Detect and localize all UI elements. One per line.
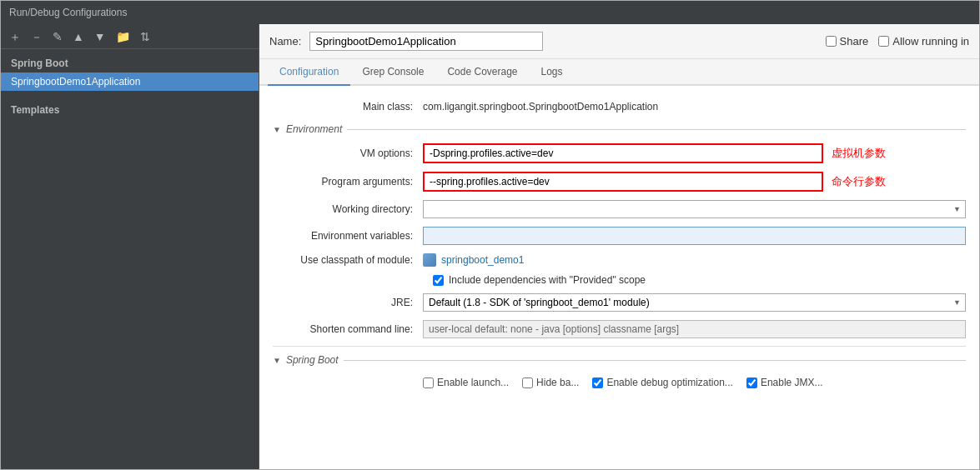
title-text: Run/Debug Configurations bbox=[9, 7, 127, 18]
shorten-row: Shorten command line: bbox=[259, 316, 979, 342]
shorten-input[interactable] bbox=[423, 320, 966, 338]
name-label: Name: bbox=[269, 35, 301, 48]
environment-section-header: ▼ Environment bbox=[259, 119, 979, 139]
title-bar: Run/Debug Configurations bbox=[1, 1, 979, 24]
enable-debug-text: Enable debug optimization... bbox=[606, 377, 732, 388]
env-vars-input[interactable] bbox=[423, 227, 966, 245]
env-section-line bbox=[347, 129, 966, 130]
springboot-section-label: Spring Boot bbox=[286, 354, 339, 366]
module-value-cell: springboot_demo1 bbox=[423, 253, 966, 267]
env-triangle-icon: ▼ bbox=[273, 125, 281, 134]
program-arguments-row: Program arguments: 命令行参数 bbox=[259, 168, 979, 196]
classpath-module-row: Use classpath of module: springboot_demo… bbox=[259, 249, 979, 271]
share-label-text: Share bbox=[840, 35, 869, 48]
vm-options-label: VM options: bbox=[273, 148, 423, 159]
form-content: Main class: com.ligangit.springboot.Spri… bbox=[259, 86, 979, 469]
app-window: Run/Debug Configurations ＋ － ✎ ▲ ▼ 📁 ⇅ S… bbox=[0, 0, 980, 470]
sidebar-templates-label: Templates bbox=[11, 104, 59, 116]
enable-debug-checkbox[interactable] bbox=[592, 378, 603, 388]
header-right: Share Allow running in bbox=[826, 35, 969, 48]
main-area: ＋ － ✎ ▲ ▼ 📁 ⇅ Spring Boot SpringbootDemo… bbox=[1, 24, 979, 469]
env-section-label: Environment bbox=[286, 123, 342, 135]
hide-banner-checkbox-label[interactable]: Hide ba... bbox=[522, 377, 579, 388]
sidebar-springboot-label: Spring Boot bbox=[11, 58, 68, 69]
jre-select-wrapper[interactable]: Default (1.8 - SDK of 'springboot_demo1'… bbox=[423, 293, 966, 312]
program-args-label: Program arguments: bbox=[273, 176, 423, 188]
module-icon bbox=[423, 253, 436, 267]
sidebar: ＋ － ✎ ▲ ▼ 📁 ⇅ Spring Boot SpringbootDemo… bbox=[1, 24, 259, 469]
include-deps-row: Include dependencies with "Provided" sco… bbox=[259, 271, 979, 289]
program-annotation: 命令行参数 bbox=[832, 174, 886, 189]
working-dir-select-wrapper bbox=[423, 200, 966, 218]
allow-running-checkbox[interactable] bbox=[878, 36, 889, 47]
share-checkbox[interactable] bbox=[826, 36, 837, 47]
vm-options-input[interactable] bbox=[423, 143, 823, 163]
tabs-bar: Configuration Grep Console Code Coverage… bbox=[259, 59, 979, 86]
working-dir-input[interactable] bbox=[423, 200, 966, 218]
tab-code-coverage[interactable]: Code Coverage bbox=[435, 59, 529, 86]
right-panel: Name: Share Allow running in Configura bbox=[259, 24, 979, 469]
share-checkbox-label[interactable]: Share bbox=[826, 35, 869, 48]
hide-banner-checkbox[interactable] bbox=[522, 378, 533, 388]
spring-boot-checkboxes: Enable launch... Hide ba... Enable debug… bbox=[423, 377, 823, 388]
tab-grep-console[interactable]: Grep Console bbox=[350, 59, 435, 86]
add-config-button[interactable]: ＋ bbox=[6, 29, 24, 44]
enable-debug-checkbox-label[interactable]: Enable debug optimization... bbox=[592, 377, 732, 388]
sidebar-section-templates: Templates bbox=[1, 96, 259, 124]
tab-logs[interactable]: Logs bbox=[530, 59, 575, 86]
sidebar-item-springbootdemo1[interactable]: SpringbootDemo1Application bbox=[1, 72, 259, 91]
sidebar-toolbar: ＋ － ✎ ▲ ▼ 📁 ⇅ bbox=[1, 24, 259, 49]
sidebar-section-header-templates: Templates bbox=[1, 101, 259, 119]
spring-boot-section-header: ▼ Spring Boot bbox=[259, 350, 979, 370]
spring-boot-options-row: Enable launch... Hide ba... Enable debug… bbox=[259, 370, 979, 395]
vm-options-row: VM options: 虚拟机参数 bbox=[259, 139, 979, 168]
main-class-row: Main class: com.ligangit.springboot.Spri… bbox=[259, 94, 979, 119]
name-input[interactable] bbox=[309, 32, 543, 51]
program-args-input[interactable] bbox=[423, 172, 823, 192]
enable-jmx-checkbox[interactable] bbox=[746, 378, 757, 388]
include-deps-label: Include dependencies with "Provided" sco… bbox=[449, 274, 646, 286]
move-down-button[interactable]: ▼ bbox=[91, 29, 109, 44]
vm-annotation: 虚拟机参数 bbox=[832, 146, 886, 161]
sort-button[interactable]: ⇅ bbox=[137, 29, 153, 44]
env-vars-label: Environment variables: bbox=[273, 230, 423, 242]
hide-banner-text: Hide ba... bbox=[536, 377, 579, 388]
jre-label: JRE: bbox=[273, 297, 423, 308]
include-deps-checkbox[interactable] bbox=[433, 275, 444, 286]
remove-config-button[interactable]: － bbox=[28, 29, 46, 44]
allow-running-checkbox-label[interactable]: Allow running in bbox=[878, 35, 969, 48]
divider bbox=[273, 346, 966, 347]
module-name: springboot_demo1 bbox=[441, 254, 524, 266]
env-vars-row: Environment variables: bbox=[259, 222, 979, 249]
working-dir-label: Working directory: bbox=[273, 203, 423, 215]
enable-jmx-checkbox-label[interactable]: Enable JMX... bbox=[746, 377, 823, 388]
springboot-triangle-icon: ▼ bbox=[273, 356, 281, 365]
springboot-section-line bbox=[344, 360, 966, 361]
working-dir-row: Working directory: bbox=[259, 196, 979, 222]
move-up-button[interactable]: ▲ bbox=[69, 29, 88, 44]
enable-jmx-text: Enable JMX... bbox=[761, 377, 823, 388]
main-class-label: Main class: bbox=[273, 101, 423, 112]
enable-launch-checkbox-label[interactable]: Enable launch... bbox=[423, 377, 509, 388]
enable-launch-text: Enable launch... bbox=[437, 377, 509, 388]
tab-configuration[interactable]: Configuration bbox=[268, 59, 350, 86]
copy-config-button[interactable]: ✎ bbox=[49, 29, 66, 44]
jre-row: JRE: Default (1.8 - SDK of 'springboot_d… bbox=[259, 289, 979, 316]
allow-running-label-text: Allow running in bbox=[892, 35, 969, 48]
sidebar-section-springboot: Spring Boot SpringbootDemo1Application bbox=[1, 49, 259, 96]
jre-select[interactable]: Default (1.8 - SDK of 'springboot_demo1'… bbox=[423, 293, 966, 312]
config-header: Name: Share Allow running in bbox=[259, 24, 979, 59]
sidebar-section-header-springboot: Spring Boot bbox=[1, 54, 259, 72]
enable-launch-checkbox[interactable] bbox=[423, 378, 434, 388]
folder-button[interactable]: 📁 bbox=[113, 29, 133, 44]
main-class-value: com.ligangit.springboot.SpringbootDemo1A… bbox=[423, 101, 966, 112]
shorten-label: Shorten command line: bbox=[273, 323, 423, 335]
classpath-label: Use classpath of module: bbox=[273, 254, 423, 266]
